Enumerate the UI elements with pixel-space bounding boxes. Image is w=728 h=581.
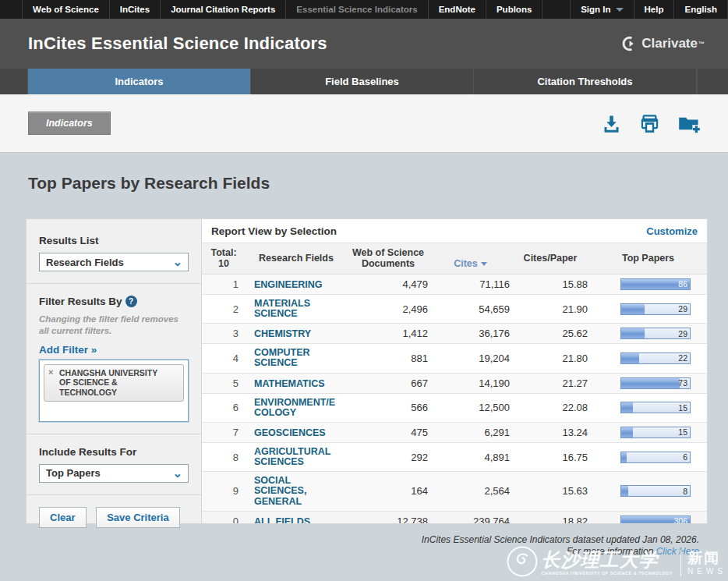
row-wos-documents: 292	[347, 452, 429, 463]
research-field-link[interactable]: MATERIALS SCIENCE	[254, 299, 310, 319]
top-nav-item[interactable]: EndNote	[429, 0, 486, 19]
top-nav: Web of ScienceInCitesJournal Citation Re…	[0, 0, 728, 19]
row-wos-documents: 1,412	[347, 328, 429, 339]
university-name-en: CHANGSHA UNIVERSITY OF SCIENCE & TECHNOL…	[542, 571, 673, 576]
dataset-footer: InCites Essential Science Indicators dat…	[0, 534, 728, 558]
research-field-link[interactable]: ENGINEERING	[254, 280, 323, 290]
row-cites-per-paper: 21.27	[511, 377, 589, 389]
remove-filter-icon[interactable]: ×	[48, 367, 53, 377]
row-field-cell: SOCIAL SCIENCES, GENERAL	[246, 476, 347, 506]
tab-indicators[interactable]: Indicators	[28, 69, 251, 94]
top-nav-item[interactable]: Help	[634, 0, 675, 19]
top-papers-bar-fill	[621, 378, 680, 388]
add-to-folder-icon[interactable]	[677, 113, 701, 134]
row-rank: 1	[202, 278, 246, 290]
top-papers-value: 6	[683, 452, 687, 462]
top-papers-bar-fill	[621, 402, 633, 413]
include-results-label: Include Results For	[39, 446, 189, 458]
table-row: 1ENGINEERING4,47971,11615.8886	[202, 275, 707, 295]
sort-down-icon	[481, 262, 487, 266]
row-cites-per-paper: 21.90	[511, 303, 589, 315]
row-cites: 2,564	[429, 485, 511, 497]
row-cites: 19,204	[429, 352, 511, 364]
row-cites: 4,891	[429, 452, 511, 463]
main-area: Top Papers by Research Fields Results Li…	[0, 174, 728, 558]
top-nav-item[interactable]: InCites	[110, 0, 161, 19]
tab-citation-thresholds[interactable]: Citation Thresholds	[474, 69, 697, 94]
row-cites-per-paper: 13.24	[511, 427, 589, 438]
clear-button[interactable]: Clear	[39, 507, 87, 528]
research-field-link[interactable]: GEOSCIENCES	[254, 428, 326, 438]
top-nav-item[interactable]: Publons	[486, 0, 542, 19]
top-papers-value: 306	[673, 516, 687, 524]
research-field-link[interactable]: CHEMISTRY	[254, 329, 311, 339]
table-row: 9SOCIAL SCIENCES, GENERAL1642,56415.638	[202, 472, 707, 511]
sidebar-buttons: Clear Save Criteria	[39, 507, 189, 528]
tab-field-baselines[interactable]: Field Baselines	[251, 69, 474, 94]
top-papers-bar: 15	[620, 402, 691, 413]
top-nav-item[interactable]: English	[674, 0, 728, 19]
row-rank: 5	[202, 377, 246, 389]
top-nav-item[interactable]: Web of Science	[22, 0, 110, 19]
top-papers-bar: 29	[620, 328, 691, 339]
top-papers-bar-fill	[621, 304, 645, 314]
research-field-link[interactable]: AGRICULTURAL SCIENCES	[254, 447, 330, 467]
row-rank: 8	[202, 452, 246, 463]
top-nav-item[interactable]: Journal Citation Reports	[161, 0, 286, 19]
col-research-fields: Research Fields	[246, 253, 347, 264]
table-row: 2MATERIALS SCIENCE2,49654,65921.9029	[202, 295, 707, 324]
research-field-link[interactable]: SOCIAL SCIENCES, GENERAL	[254, 476, 306, 506]
table-header-row: Total: 10 Research Fields Web of Science…	[202, 243, 707, 275]
row-wos-documents: 566	[347, 402, 429, 413]
top-papers-value: 29	[678, 304, 687, 314]
top-papers-bar: 6	[620, 452, 691, 463]
research-field-link[interactable]: MATHEMATICS	[254, 379, 325, 389]
results-list-selected: Research Fields	[46, 257, 124, 268]
research-field-link[interactable]: COMPUTER SCIENCE	[254, 348, 310, 368]
table-row: 5MATHEMATICS66714,19021.2773	[202, 374, 707, 394]
download-icon[interactable]	[601, 113, 622, 134]
col-cites-sort[interactable]: Cites	[429, 247, 511, 270]
divider	[27, 283, 201, 284]
research-field-link[interactable]: ALL FIELDS	[254, 517, 310, 524]
top-nav-right: Sign InHelpEnglish	[570, 0, 728, 19]
customize-link[interactable]: Customize	[646, 225, 698, 237]
row-wos-documents: 12,738	[347, 515, 429, 524]
row-cites: 14,190	[429, 377, 511, 389]
add-filter-link[interactable]: Add Filter »	[39, 344, 97, 356]
row-wos-documents: 475	[347, 427, 429, 438]
research-field-link[interactable]: ENVIRONMENT/E COLOGY	[254, 398, 335, 418]
click-here-link[interactable]: Click Here	[656, 546, 699, 557]
clarivate-logo-icon	[622, 36, 641, 51]
row-cites-per-paper: 16.75	[511, 452, 589, 463]
brand-tm: ™	[698, 41, 705, 48]
top-papers-bar: 86	[620, 278, 691, 290]
top-papers-bar-fill	[621, 353, 639, 363]
print-icon[interactable]	[639, 113, 660, 134]
dropdown-arrow-icon	[616, 8, 624, 12]
top-nav-item[interactable]: Sign In	[570, 0, 634, 19]
top-papers-value: 15	[678, 402, 687, 413]
row-cites-per-paper: 21.80	[511, 352, 589, 364]
row-top-papers-cell: 29	[589, 328, 707, 339]
row-cites-per-paper: 25.62	[511, 328, 589, 339]
chevron-down-icon: ⌄	[172, 466, 182, 480]
main-tabs: IndicatorsField BaselinesCitation Thresh…	[0, 69, 728, 94]
row-rank: 0	[202, 515, 246, 524]
top-nav-left: Web of ScienceInCitesJournal Citation Re…	[0, 0, 542, 19]
results-list-label: Results List	[39, 235, 189, 246]
row-top-papers-cell: 73	[589, 377, 707, 389]
row-top-papers-cell: 29	[589, 303, 707, 315]
include-results-select[interactable]: Top Papers ⌄	[39, 464, 189, 483]
content: Results List Research Fields ⌄ Filter Re…	[26, 218, 708, 524]
table-row: 6ENVIRONMENT/E COLOGY56612,50022.0815	[202, 394, 707, 423]
top-papers-value: 8	[683, 486, 687, 496]
page-title: Top Papers by Research Fields	[28, 174, 728, 193]
save-criteria-button[interactable]: Save Criteria	[96, 507, 180, 528]
top-nav-item[interactable]: Essential Science Indicators	[286, 0, 428, 19]
top-papers-bar: 15	[620, 427, 691, 438]
indicators-breadcrumb-button[interactable]: Indicators	[28, 112, 111, 135]
results-list-select[interactable]: Research Fields ⌄	[39, 253, 189, 271]
help-icon[interactable]: ?	[125, 296, 137, 307]
top-papers-bar: 29	[620, 303, 691, 315]
